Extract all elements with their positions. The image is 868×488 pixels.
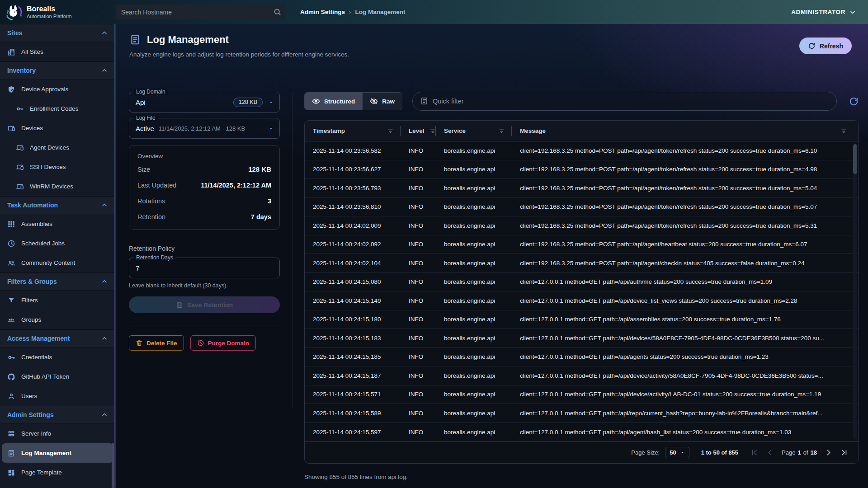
filter-icon[interactable] [429,127,437,135]
sidebar-item-label: Users [21,393,37,399]
retention-days-input[interactable] [136,264,274,272]
table-row[interactable]: 2025-11-14 00:24:02,104INFOborealis.engi… [305,254,859,273]
column-header-message[interactable]: Message [512,121,859,141]
column-header-service[interactable]: Service [436,121,512,141]
table-row[interactable]: 2025-11-14 00:23:56,582INFOborealis.engi… [305,141,859,160]
sidebar-item-credentials[interactable]: Credentials [0,347,115,367]
refresh-label: Refresh [820,42,843,50]
sidebar-item-agent-devices[interactable]: Agent Devices [0,138,115,157]
table-row[interactable]: 2025-11-14 00:24:02,092INFOborealis.engi… [305,235,859,254]
structured-label: Structured [324,98,355,105]
brand-logo: Borealis Automation Platform [0,3,116,21]
sidebar-item-log-management[interactable]: Log Management [2,443,113,463]
table-row[interactable]: 2025-11-14 00:24:15,589INFOborealis.engi… [305,404,859,423]
lines-summary-text: Showing 855 of 855 lines from api.log. [304,474,859,480]
table-row[interactable]: 2025-11-14 00:24:15,183INFOborealis.engi… [305,329,859,348]
refresh-button[interactable]: Refresh [799,38,852,54]
previous-page-icon[interactable] [766,448,774,457]
breadcrumb-parent[interactable]: Admin Settings [300,9,345,15]
sidebar-item-winrm-devices[interactable]: WinRM Devices [0,177,115,196]
cell-ts: 2025-11-14 00:24:02,092 [305,241,401,248]
retention-days-label: Retention Days [134,254,175,261]
table-row[interactable]: 2025-11-14 00:24:02,009INFOborealis.engi… [305,216,859,235]
filter-icon[interactable] [498,127,505,135]
page-size-select[interactable]: 50 [665,447,689,458]
sidebar-section-task-automation[interactable]: Task Automation [0,196,115,214]
sidebar-item-scheduled-jobs[interactable]: Scheduled Jobs [0,234,115,253]
table-row[interactable]: 2025-11-14 00:23:56,810INFOborealis.engi… [305,198,859,217]
raw-view-toggle[interactable]: Raw [362,93,402,110]
table-row[interactable]: 2025-11-14 00:24:15,185INFOborealis.engi… [305,348,859,367]
page-title: Log Management [147,34,229,46]
quick-filter[interactable] [412,92,837,111]
devices-icon [16,144,24,152]
cell-msg: client=192.168.3.25 method=POST path=/ap… [512,147,859,154]
sidebar-item-device-approvals[interactable]: Device Approvals [0,80,115,99]
purge-domain-button[interactable]: Purge Domain [190,335,256,351]
user-menu-label: ADMINISTRATOR [791,9,845,15]
overview-title: Overview [137,153,271,160]
reload-logs-icon[interactable] [849,96,859,107]
table-row[interactable]: 2025-11-14 00:24:15,597INFOborealis.engi… [305,423,859,442]
dashboard-icon [7,469,15,477]
log-controls-panel: Log Domain Api 128 KB Log File Active 11… [129,92,292,408]
sidebar-item-groups[interactable]: Groups [0,310,115,329]
sidebar-section-sites[interactable]: Sites [0,24,115,42]
person-icon [7,392,15,400]
sidebar-section-access-management[interactable]: Access Management [0,329,115,347]
sidebar-section-inventory[interactable]: Inventory [0,61,115,80]
delete-file-button[interactable]: Delete File [129,335,184,351]
table-row[interactable]: 2025-11-14 00:24:15,080INFOborealis.engi… [305,273,859,292]
structured-view-toggle[interactable]: Structured [305,93,362,110]
sidebar-item-page-template[interactable]: Page Template [0,463,115,482]
table-row[interactable]: 2025-11-14 00:24:15,571INFOborealis.engi… [305,385,859,404]
sidebar-section-filters-groups[interactable]: Filters & Groups [0,272,115,291]
sidebar-item-community-content[interactable]: Community Content [0,253,115,272]
funnel-icon [7,296,15,305]
table-scrollbar-thumb[interactable] [853,144,857,174]
row-range-text: 1 to 50 of 855 [701,449,738,456]
cell-ts: 2025-11-14 00:23:56,793 [305,185,401,192]
sidebar-item-label: WinRM Devices [30,183,73,190]
table-row[interactable]: 2025-11-14 00:23:56,793INFOborealis.engi… [305,179,859,198]
table-row[interactable]: 2025-11-14 00:24:15,187INFOborealis.engi… [305,366,859,385]
filter-icon[interactable] [387,127,394,135]
cell-svc: borealis.engine.api [436,185,512,192]
next-page-icon[interactable] [824,448,833,457]
sidebar-item-devices[interactable]: Devices [0,118,115,138]
brand-name: Borealis [27,5,72,13]
retention-days-field[interactable]: Retention Days [129,258,280,278]
save-retention-button[interactable]: Save Retention [129,296,280,313]
devices-icon [16,183,24,191]
breadcrumb-current[interactable]: Log Management [355,9,406,15]
table-row[interactable]: 2025-11-14 00:24:15,180INFOborealis.engi… [305,310,859,329]
quick-filter-input[interactable] [412,92,837,111]
table-row[interactable]: 2025-11-14 00:23:56,627INFOborealis.engi… [305,160,859,179]
log-file-select[interactable]: Log File Active 11/14/2025, 2:12:12 AM ·… [129,118,280,139]
user-menu[interactable]: ADMINISTRATOR [791,9,868,16]
hostname-search[interactable] [116,5,286,19]
search-input[interactable] [116,5,286,19]
sidebar-item-server-info[interactable]: Server Info [0,424,115,443]
cell-svc: borealis.engine.api [436,147,512,154]
first-page-icon[interactable] [750,448,759,457]
table-scrollbar-track[interactable] [853,143,857,440]
column-header-timestamp[interactable]: Timestamp [305,121,401,141]
sidebar-item-filters[interactable]: Filters [0,291,115,310]
sidebar-item-users[interactable]: Users [0,386,115,406]
sidebar-item-assemblies[interactable]: Assemblies [0,214,115,234]
log-domain-select[interactable]: Log Domain Api 128 KB [129,92,280,113]
sidebar-item-github-api-token[interactable]: GitHub API Token [0,367,115,386]
sidebar-item-all-sites[interactable]: All Sites [0,42,115,61]
log-file-value: Active [136,125,154,132]
cell-svc: borealis.engine.api [436,353,512,360]
cell-lvl: INFO [401,147,436,154]
sidebar-scrollbar[interactable] [112,443,114,488]
sidebar-item-ssh-devices[interactable]: SSH Devices [0,157,115,177]
filter-icon[interactable] [840,127,848,135]
sidebar-item-enrollment-codes[interactable]: Enrollment Codes [0,99,115,118]
last-page-icon[interactable] [840,448,849,457]
table-row[interactable]: 2025-11-14 00:24:15,149INFOborealis.engi… [305,291,859,310]
sidebar-section-admin-settings[interactable]: Admin Settings [0,406,115,424]
column-header-level[interactable]: Level [401,121,436,141]
